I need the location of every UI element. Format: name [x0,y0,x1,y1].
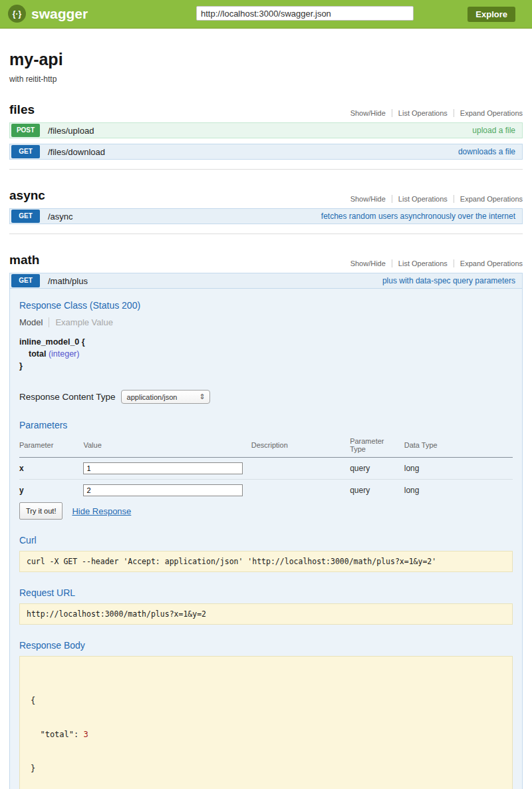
options-divider [454,109,454,117]
resource-header: math Show/Hide List Operations Expand Op… [9,253,523,267]
response-content-type-select[interactable]: application/json ⇕ [121,390,210,404]
endpoint-summary[interactable]: upload a file [472,126,515,135]
resource-header: files Show/Hide List Operations Expand O… [9,102,523,117]
signature-tabs: Model Example Value [19,317,513,327]
param-value-input-y[interactable] [83,484,243,496]
api-description: with reitit-http [9,75,523,84]
method-badge-post: POST [11,124,40,137]
expand-operations-link[interactable]: Expand Operations [460,259,523,267]
endpoint-path[interactable]: /files/download [48,147,105,157]
curl-command-block: curl -X GET --header 'Accept: applicatio… [19,551,513,572]
show-hide-link[interactable]: Show/Hide [350,109,386,117]
response-body-heading: Response Body [19,640,513,651]
response-content-type-row: Response Content Type application/json ⇕ [19,390,513,404]
method-badge-get: GET [11,145,40,158]
col-description: Description [251,433,350,458]
endpoint-summary[interactable]: plus with data-spec query parameters [382,276,515,285]
parameters-table: Parameter Value Description Parameter Ty… [19,433,513,501]
hide-response-link[interactable]: Hide Response [72,506,131,516]
tab-divider [49,317,49,327]
expand-operations-link[interactable]: Expand Operations [460,109,523,117]
endpoint-path[interactable]: /files/upload [48,126,94,136]
param-type: query [350,458,404,480]
col-parameter-type: Parameter Type [350,433,404,458]
parameter-row-x: x query long [19,458,513,480]
resource-options: Show/Hide List Operations Expand Operati… [350,109,523,117]
operation-get-math-plus: GET /math/plus plus with data-spec query… [9,273,523,789]
model-signature: inline_model_0 { total (integer) } [19,336,513,372]
api-title: my-api [9,50,523,69]
response-content-type-label: Response Content Type [19,392,116,402]
resource-title-async[interactable]: async [9,188,45,203]
endpoint-summary[interactable]: downloads a file [458,147,515,156]
param-value-input-x[interactable] [83,462,243,474]
show-hide-link[interactable]: Show/Hide [350,259,386,267]
resource-section-math: math Show/Hide List Operations Expand Op… [9,253,523,789]
json-total-line: "total": 3 [31,729,501,740]
json-key: "total": [31,730,83,739]
response-class-heading: Response Class (Status 200) [19,300,513,311]
resource-title-math[interactable]: math [9,253,39,267]
resource-header: async Show/Hide List Operations Expand O… [9,188,523,203]
response-body-block: { "total": 3 } [19,656,513,789]
resource-section-files: files Show/Hide List Operations Expand O… [9,102,523,170]
options-divider [392,109,392,117]
model-property-line: total (integer) [19,348,513,360]
col-parameter: Parameter [19,433,83,458]
parameters-heading: Parameters [19,420,513,430]
method-badge-get: GET [11,210,40,223]
col-data-type: Data Type [404,433,513,458]
spec-url-input[interactable] [196,6,414,21]
param-data-type: long [404,480,513,502]
list-operations-link[interactable]: List Operations [398,195,448,203]
top-header: {·} swagger Explore [0,0,532,29]
resource-options: Show/Hide List Operations Expand Operati… [350,259,523,267]
swagger-logo-icon: {·} [8,5,26,23]
options-divider [454,195,454,203]
json-close-brace: } [31,763,501,774]
parameters-header-row: Parameter Value Description Parameter Ty… [19,433,513,458]
list-operations-link[interactable]: List Operations [398,259,448,267]
try-it-out-button[interactable]: Try it out! [19,502,63,520]
endpoint-row-post-files-upload[interactable]: POST /files/upload upload a file [9,122,523,138]
endpoint-path[interactable]: /math/plus [48,276,88,286]
parameter-row-y: y query long [19,480,513,502]
request-url-heading: Request URL [19,587,513,598]
method-badge-get: GET [11,274,40,287]
tab-example-value[interactable]: Example Value [55,317,112,327]
model-property-name: total [29,349,46,359]
operation-detail-panel: Response Class (Status 200) Model Exampl… [9,289,523,789]
endpoint-row-get-math-plus[interactable]: GET /math/plus plus with data-spec query… [9,273,523,289]
list-operations-link[interactable]: List Operations [398,109,448,117]
try-row: Try it out! Hide Response [19,502,513,520]
curl-heading: Curl [19,535,513,546]
explore-button[interactable]: Explore [467,7,515,22]
param-name: x [19,458,83,480]
endpoint-row-get-files-download[interactable]: GET /files/download downloads a file [9,144,523,160]
param-data-type: long [404,458,513,480]
endpoint-summary[interactable]: fetches random users asynchronously over… [321,212,515,221]
resource-section-async: async Show/Hide List Operations Expand O… [9,188,523,234]
resource-options: Show/Hide List Operations Expand Operati… [350,195,523,203]
model-property-type: (integer) [49,349,80,359]
swagger-brand[interactable]: {·} swagger [8,5,88,23]
param-name: y [19,480,83,502]
select-updown-icon: ⇕ [199,393,205,401]
endpoint-row-get-async[interactable]: GET /async fetches random users asynchro… [9,208,523,224]
param-type: query [350,480,404,502]
param-description [251,480,350,502]
col-value: Value [83,433,251,458]
model-open-line: inline_model_0 { [19,336,513,348]
model-close-line: } [19,360,513,372]
expand-operations-link[interactable]: Expand Operations [460,195,523,203]
options-divider [392,259,392,267]
tab-model[interactable]: Model [19,317,43,327]
json-number-value: 3 [83,730,88,739]
selected-content-type: application/json [127,393,178,401]
page-content: my-api with reitit-http files Show/Hide … [0,50,532,789]
resource-title-files[interactable]: files [9,102,35,117]
options-divider [392,195,392,203]
options-divider [454,259,454,267]
endpoint-path[interactable]: /async [48,212,73,222]
show-hide-link[interactable]: Show/Hide [350,195,386,203]
